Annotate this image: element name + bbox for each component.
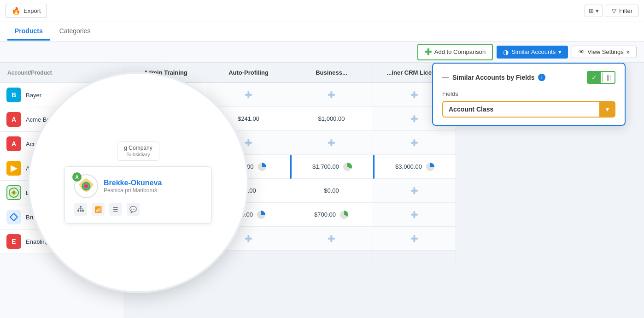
similar-accounts-label: Similar Accounts (511, 48, 556, 55)
add-button[interactable]: ✚ (410, 137, 418, 148)
add-button[interactable]: ✚ (410, 233, 418, 244)
export-button[interactable]: 🔥 Export (6, 4, 47, 18)
add-button[interactable]: ✚ (328, 89, 335, 100)
chevron-down-icon: ▾ (596, 7, 599, 14)
grid-cell: ✚ (373, 179, 456, 203)
account-name: Bayer (26, 92, 41, 99)
signal-icon[interactable]: 📶 (92, 203, 105, 216)
svg-point-17 (84, 184, 88, 188)
zoom-company-name: Brekke-Okuneva (104, 179, 162, 187)
add-comparison-label: Add to Comparison (434, 48, 486, 55)
add-to-comparison-button[interactable]: ✚ Add to Comparison (417, 44, 493, 60)
popup-fields-label: Fields (442, 90, 615, 97)
add-button[interactable]: ✚ (328, 233, 335, 244)
fields-select[interactable]: Account Class (442, 101, 599, 118)
grid-cell: $700.00 (290, 203, 373, 227)
svg-line-5 (14, 217, 18, 221)
zoom-company-header: A Brekke-Okuneva (74, 174, 202, 198)
svg-line-4 (10, 217, 14, 221)
add-button[interactable]: ✚ (410, 89, 418, 100)
grid-cell: ✚ (373, 131, 456, 155)
parent-company-label: g Company (124, 145, 152, 151)
grid-cell: ✚ (290, 131, 373, 155)
tab-products[interactable]: Products (7, 23, 50, 41)
grid-cell: ✚ (290, 227, 373, 251)
avatar: B (6, 88, 21, 102)
svg-line-3 (14, 213, 18, 217)
toolbar-right: ⊞ ▾ ▽ Filter (585, 5, 638, 17)
zoom-company-card: A Brekke-Okuneva (64, 166, 212, 224)
add-button[interactable]: ✚ (245, 89, 252, 100)
eye-icon: 👁 (579, 48, 585, 55)
chevron-icon: » (626, 48, 630, 55)
action-bar: ✚ Add to Comparison ◑ Similar Accounts ▾… (0, 41, 644, 63)
list-icon[interactable]: ☰ (109, 203, 122, 216)
popup-title-row: — Similar Accounts by Fields i ✓ ||| (442, 71, 615, 84)
add-button[interactable]: ✚ (245, 137, 252, 148)
avatar (6, 210, 21, 224)
svg-rect-21 (82, 210, 84, 212)
grid-cell: ✚ (207, 83, 290, 107)
zoom-overlay: g Company Subsidiary A (28, 72, 249, 293)
svg-rect-18 (80, 206, 82, 207)
similar-accounts-popup: — Similar Accounts by Fields i ✓ ||| Fie… (432, 63, 626, 126)
toolbar: 🔥 Export ⊞ ▾ ▽ Filter (0, 0, 644, 22)
grid-col-business: Business... ✚ $1,000.00 ✚ $1,700.00 $0.0… (290, 63, 373, 266)
svg-point-1 (12, 191, 15, 194)
grid-cell: $1,700.00 (290, 155, 373, 179)
toolbar-left: 🔥 Export (6, 4, 47, 18)
chat-icon[interactable]: 💬 (127, 203, 140, 216)
info-icon[interactable]: i (538, 74, 545, 81)
grid-cell: $0.00 (290, 179, 373, 203)
avatar: A (6, 112, 21, 127)
grid-cell: ✚ (290, 83, 373, 107)
filter-label: Filter (619, 7, 632, 14)
toggle-check: ✓ (588, 72, 601, 83)
grid-view-button[interactable]: ⊞ ▾ (585, 5, 603, 17)
zoom-content: g Company Subsidiary A (29, 130, 247, 235)
svg-line-2 (10, 213, 14, 217)
main-area: Account/Product B Bayer A Acme Be ⊙ A Ac… (0, 63, 644, 318)
plus-green-icon: ✚ (425, 47, 432, 57)
similar-accounts-button[interactable]: ◑ Similar Accounts ▾ (497, 46, 568, 59)
export-icon: 🔥 (12, 6, 21, 15)
avatar: E (6, 234, 21, 249)
add-button[interactable]: ✚ (410, 209, 418, 220)
grid-cell: $3,000.00 (373, 155, 456, 179)
toggle-bars: ||| (603, 72, 615, 82)
view-settings-label: View Settings (587, 48, 624, 55)
grid-cell: $1,000.00 (290, 107, 373, 131)
export-label: Export (23, 7, 41, 14)
svg-rect-19 (77, 210, 79, 212)
similar-icon: ◑ (503, 48, 509, 56)
zoom-badge: A (72, 172, 82, 182)
col-header-auto-profiling: Auto-Profiling (207, 63, 290, 83)
svg-rect-20 (80, 210, 82, 212)
popup-select-row: Account Class ▾ (442, 101, 615, 118)
chevron-down-icon: ▾ (558, 48, 562, 55)
tabs-bar: Products Categories (0, 22, 644, 41)
zoom-company-loc: Pesnica pri Mariboruš (104, 187, 162, 194)
tab-categories[interactable]: Categories (52, 23, 98, 41)
filter-icon: ▽ (612, 7, 616, 14)
avatar: A (6, 136, 21, 151)
add-button[interactable]: ✚ (410, 185, 418, 196)
grid-icon: ⊞ (589, 7, 594, 14)
zoom-icons: 📶 ☰ 💬 (74, 203, 202, 216)
avatar: ▶ (6, 161, 21, 176)
subsidiary-label: Subsidiary (126, 152, 150, 157)
popup-title: — Similar Accounts by Fields i (442, 74, 545, 81)
toggle-switch[interactable]: ✓ ||| (587, 71, 615, 84)
filter-button[interactable]: ▽ Filter (606, 5, 638, 17)
grid-cell: ✚ (373, 203, 456, 227)
avatar (6, 185, 21, 200)
add-button[interactable]: ✚ (410, 113, 418, 124)
add-button[interactable]: ✚ (245, 233, 252, 244)
add-button[interactable]: ✚ (328, 137, 335, 148)
col-header-business: Business... (290, 63, 373, 83)
select-arrow[interactable]: ▾ (599, 101, 615, 118)
view-settings-button[interactable]: 👁 View Settings » (572, 46, 637, 58)
popup-title-text: Similar Accounts by Fields (452, 74, 534, 81)
hierarchy-icon[interactable] (74, 203, 87, 216)
grid-cell: ✚ (373, 227, 456, 251)
